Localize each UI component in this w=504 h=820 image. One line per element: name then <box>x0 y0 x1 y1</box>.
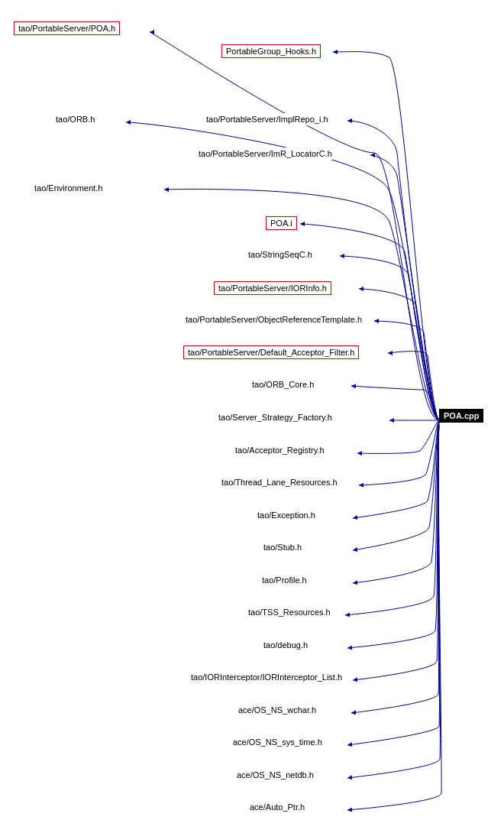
node-tss-resources: tao/TSS_Resources.h <box>244 606 334 618</box>
dependency-diagram: tao/PortableServer/POA.h PortableGroup_H… <box>0 0 504 820</box>
node-default-acceptor: tao/PortableServer/Default_Acceptor_Filt… <box>183 345 359 359</box>
node-debug-h: tao/debug.h <box>260 639 312 651</box>
node-orb-h: tao/ORB.h <box>52 113 99 125</box>
node-portable-group: PortableGroup_Hooks.h <box>221 44 321 58</box>
node-auto-ptr: ace/Auto_Ptr.h <box>246 801 309 813</box>
node-iorinfo: tao/PortableServer/IORInfo.h <box>214 281 331 295</box>
node-imr-locator: tao/PortableServer/ImR_LocatorC.h <box>195 147 336 160</box>
node-stringseq: tao/StringSeqC.h <box>244 248 316 261</box>
node-thread-lane: tao/Thread_Lane_Resources.h <box>218 476 341 488</box>
node-os-ns-sys-time: ace/OS_NS_sys_time.h <box>229 736 326 748</box>
node-poa-cpp: POA.cpp <box>439 409 483 423</box>
node-orb-core: tao/ORB_Core.h <box>248 378 318 391</box>
node-poa-h: tao/PortableServer/POA.h <box>14 21 120 35</box>
node-implrepo: tao/PortableServer/ImplRepo_i.h <box>202 113 332 125</box>
node-environment: tao/Environment.h <box>31 182 106 194</box>
node-os-ns-netdb: ace/OS_NS_netdb.h <box>233 769 318 781</box>
node-exception-h: tao/Exception.h <box>254 509 319 521</box>
node-stub-h: tao/Stub.h <box>260 541 305 553</box>
node-objreftemplate: tao/PortableServer/ObjectReferenceTempla… <box>182 313 366 326</box>
node-poa-i: POA.i <box>266 216 297 230</box>
node-server-strategy: tao/Server_Strategy_Factory.h <box>215 411 336 423</box>
node-os-ns-wchar: ace/OS_NS_wchar.h <box>234 704 320 716</box>
node-acceptor-registry: tao/Acceptor_Registry.h <box>231 444 328 456</box>
node-profile-h: tao/Profile.h <box>258 574 311 586</box>
node-ior-interceptor: tao/IORInterceptor/IORInterceptor_List.h <box>187 671 346 683</box>
